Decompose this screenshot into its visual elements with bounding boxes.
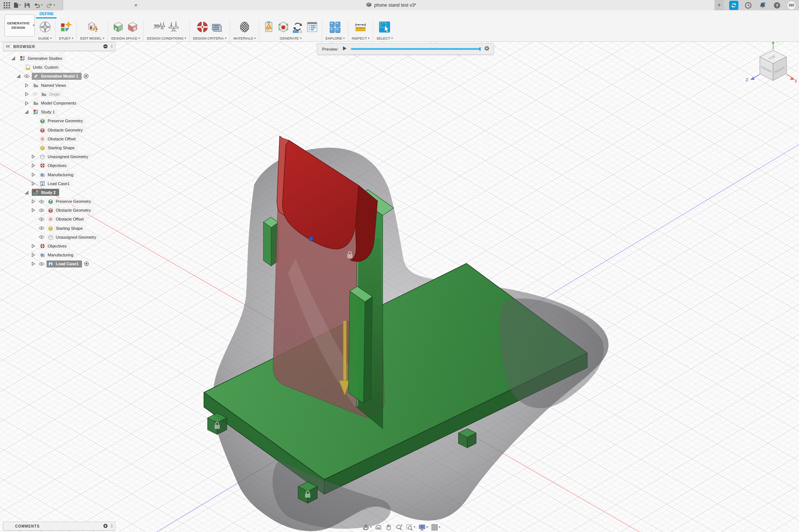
- play-button[interactable]: [342, 46, 347, 52]
- tree-row[interactable]: Units: Custom: [3, 63, 115, 72]
- tree-item[interactable]: Obstacle Geometry: [47, 207, 94, 214]
- expand-arrow-icon[interactable]: [31, 244, 38, 248]
- new-tab-button[interactable]: +: [714, 0, 724, 10]
- job-status-button[interactable]: [729, 1, 738, 10]
- nav-tool[interactable]: ▾: [431, 524, 440, 531]
- measure-icon[interactable]: [354, 21, 367, 33]
- constraint-icon[interactable]: [153, 21, 165, 33]
- ribbon-group-menu[interactable]: MATERIALS▾: [233, 36, 256, 40]
- ds-preserve-icon[interactable]: [112, 21, 125, 33]
- tree-item[interactable]: Study 2: [32, 189, 59, 196]
- orbit-icon[interactable]: [362, 524, 369, 531]
- expand-arrow-icon[interactable]: [31, 208, 38, 212]
- visibility-eye-icon[interactable]: [38, 200, 47, 204]
- preview-settings-gear-icon[interactable]: [484, 45, 490, 53]
- fit-icon[interactable]: [406, 524, 413, 531]
- visibility-eye-icon[interactable]: [38, 208, 47, 212]
- tree-item[interactable]: Load Case1: [47, 260, 82, 267]
- tree-row[interactable]: Obstacle Offset: [3, 134, 115, 143]
- tree-row[interactable]: Load Case1: [3, 259, 115, 268]
- nav-tool[interactable]: [385, 524, 392, 531]
- activate-radio-icon[interactable]: [83, 74, 89, 79]
- expand-arrow-icon[interactable]: [31, 154, 38, 159]
- panel-resize-grip[interactable]: [111, 44, 113, 49]
- visibility-eye-icon[interactable]: [32, 92, 40, 96]
- preview-slider[interactable]: [351, 48, 480, 50]
- tree-row[interactable]: Manufacturing: [3, 170, 115, 179]
- tree-item[interactable]: Obstacle Geometry: [38, 126, 86, 133]
- ribbon-group-menu[interactable]: EXPLORE▾: [325, 36, 345, 40]
- layout-grid-icon[interactable]: [431, 524, 438, 531]
- chevron-down-icon[interactable]: ▾: [426, 526, 428, 529]
- visibility-eye-icon[interactable]: [38, 235, 47, 239]
- select-icon[interactable]: [378, 21, 391, 33]
- expand-arrow-icon[interactable]: [31, 253, 38, 257]
- visibility-eye-icon[interactable]: [38, 226, 47, 230]
- expand-arrow-icon[interactable]: [24, 110, 32, 114]
- tab-define[interactable]: DEFINE: [37, 11, 56, 16]
- tree-row[interactable]: Obstacle Geometry: [3, 126, 115, 134]
- pre-check-icon[interactable]: [263, 21, 275, 33]
- tree-item[interactable]: Preserve Geometry: [47, 198, 94, 205]
- tree-row[interactable]: Manufacturing: [3, 250, 115, 259]
- nav-tool[interactable]: [375, 524, 382, 531]
- manufacturing-icon[interactable]: [211, 21, 223, 33]
- expand-arrow-icon[interactable]: [31, 173, 38, 177]
- nav-tool[interactable]: ▾: [362, 524, 372, 531]
- expand-arrow-icon[interactable]: [31, 163, 38, 168]
- history-clock-icon[interactable]: [744, 1, 753, 10]
- nav-tool[interactable]: ▾: [406, 524, 415, 531]
- nav-tool[interactable]: ▾: [419, 524, 428, 531]
- nav-tool[interactable]: [396, 524, 403, 531]
- visibility-eye-icon[interactable]: [38, 262, 47, 266]
- ribbon-group-menu[interactable]: DESIGN CRITERIA▾: [193, 36, 226, 40]
- hide-panel-icon[interactable]: [103, 44, 108, 50]
- ribbon-group-menu[interactable]: GUIDE▾: [38, 36, 52, 40]
- tree-row[interactable]: Obstacle Offset: [3, 215, 115, 224]
- add-comment-icon[interactable]: [103, 524, 108, 529]
- expand-arrow-icon[interactable]: [16, 74, 24, 78]
- tree-row[interactable]: Unassigned Geometry: [3, 233, 115, 242]
- panel-resize-grip[interactable]: [111, 524, 113, 529]
- tree-row[interactable]: Generative Studies: [3, 54, 115, 63]
- ribbon-group-menu[interactable]: INSPECT▾: [352, 36, 369, 40]
- document-tab[interactable]: phone stand test v3*: [63, 0, 720, 10]
- compass-icon[interactable]: [39, 21, 51, 33]
- help-icon[interactable]: ?: [772, 1, 782, 10]
- tree-row[interactable]: Preserve Geometry: [3, 116, 115, 125]
- app-grid-icon[interactable]: [4, 2, 10, 8]
- chevron-down-icon[interactable]: ▾: [370, 526, 372, 529]
- pan-icon[interactable]: [385, 524, 392, 531]
- edit-model-icon[interactable]: [86, 21, 99, 33]
- tree-row[interactable]: Objectives: [3, 242, 115, 250]
- expand-arrow-icon[interactable]: [31, 181, 38, 186]
- tree-item[interactable]: Objectives: [38, 162, 70, 169]
- comments-panel-header[interactable]: COMMENTS: [3, 522, 115, 531]
- tree-item[interactable]: Starting Shape: [47, 225, 86, 232]
- tree-item[interactable]: Starting Shape: [38, 144, 78, 151]
- ribbon-group-menu[interactable]: DESIGN SPACE▾: [111, 36, 140, 40]
- tree-item[interactable]: Unassigned Geometry: [38, 153, 91, 160]
- tree-item[interactable]: Unassigned Geometry: [47, 233, 99, 241]
- objectives-icon[interactable]: [196, 21, 209, 33]
- expand-arrow-icon[interactable]: [24, 92, 32, 96]
- study-new-icon[interactable]: [60, 21, 72, 33]
- sync-icon[interactable]: [291, 21, 304, 33]
- file-menu-button[interactable]: ▾: [14, 2, 21, 8]
- expand-arrow-icon[interactable]: [24, 190, 32, 195]
- ribbon-group-menu[interactable]: STUDY▾: [59, 36, 73, 40]
- tree-row[interactable]: Origin: [3, 90, 115, 99]
- tree-item[interactable]: Origin: [40, 91, 63, 98]
- tree-row[interactable]: Obstacle Geometry: [3, 206, 115, 215]
- job-status-icon[interactable]: [306, 21, 318, 33]
- redo-button[interactable]: ▾: [46, 3, 55, 8]
- zoom-icon[interactable]: [396, 524, 403, 531]
- tree-row[interactable]: Named Views: [3, 81, 115, 90]
- tree-item[interactable]: Obstacle Offset: [38, 135, 79, 142]
- tree-row[interactable]: Unassigned Geometry: [3, 152, 115, 161]
- tree-row[interactable]: Load Case1: [3, 179, 115, 188]
- tree-item[interactable]: Generative Model 1: [32, 73, 82, 80]
- ribbon-group-menu[interactable]: DESIGN CONDITIONS▾: [147, 36, 186, 40]
- preview-slider-thumb[interactable]: [479, 47, 481, 51]
- tree-item[interactable]: Units: Custom: [24, 64, 62, 71]
